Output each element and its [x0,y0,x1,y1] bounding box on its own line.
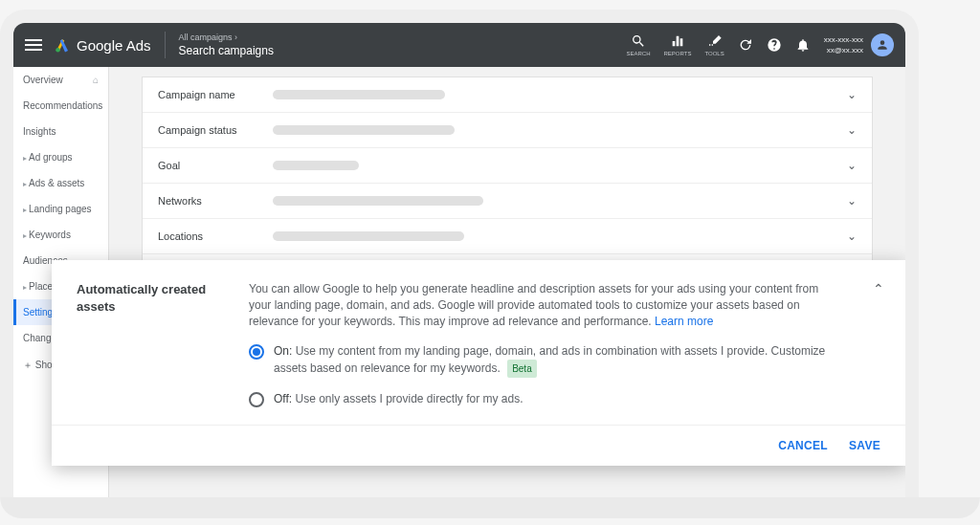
setting-row-networks[interactable]: Networks⌄ [143,184,872,219]
setting-row-campaign-status[interactable]: Campaign status⌄ [143,113,872,148]
card-description: You can allow Google to help you generat… [249,282,818,328]
chevron-down-icon: ⌄ [847,88,857,101]
sidebar-item-label: Recommendations [23,100,102,111]
home-icon: ⌂ [93,75,99,85]
sidebar-item-label: ▸Landing pages [23,204,92,214]
search-button[interactable]: SEARCH [627,33,651,56]
caret-icon: ▸ [23,206,27,214]
sidebar-item-ads-assets[interactable]: ▸Ads & assets [13,170,108,196]
radio-on[interactable] [249,344,264,360]
svg-point-0 [56,48,60,53]
cancel-button[interactable]: CANCEL [778,439,828,452]
radio-off[interactable] [249,392,264,407]
tools-button[interactable]: TOOLS [704,33,724,56]
reports-button[interactable]: REPORTS [664,33,692,56]
product-logo[interactable]: Google Ads [54,36,151,54]
option-on[interactable]: On: Use my content from my landing page,… [249,343,842,378]
card-title: Automatically created assets [77,281,220,407]
sidebar-item-overview[interactable]: Overview⌂ [13,67,108,93]
beta-badge: Beta [507,360,537,378]
sidebar-item-label: ▸Ad groups [23,152,73,163]
setting-row-campaign-name[interactable]: Campaign name⌄ [143,77,872,113]
auto-assets-card: Automatically created assets You can all… [52,260,905,466]
top-bar: Google Ads All campaigns › Search campai… [13,23,905,67]
sidebar-item-label: Insights [23,126,56,137]
learn-more-link[interactable]: Learn more [655,315,713,328]
setting-label: Goal [158,160,273,171]
product-name: Google Ads [77,37,151,54]
refresh-icon[interactable] [738,37,753,53]
account-id: xxx-xxx-xxx [824,34,863,45]
setting-label: Networks [158,195,273,207]
caret-icon: ▸ [23,283,27,292]
breadcrumb-parent: All campaigns › [179,33,274,42]
setting-row-locations[interactable]: Locations⌄ [143,219,872,254]
avatar [871,33,894,56]
divider [165,32,166,58]
bell-icon[interactable] [795,37,811,53]
person-icon [876,38,889,52]
tools-icon [707,33,723,49]
placeholder-bar [273,161,359,170]
placeholder-bar [273,231,464,241]
caret-icon: ▸ [23,154,27,163]
chevron-down-icon: ⌄ [847,159,857,172]
help-icon[interactable] [767,37,782,53]
placeholder-bar [273,125,455,135]
setting-label: Locations [158,230,273,242]
sidebar-item-label: ▸Ads & assets [23,178,84,188]
hamburger-icon[interactable] [25,39,42,51]
account-menu[interactable]: xxx-xxx-xxx xx@xx.xxx [824,33,894,56]
sidebar-item-insights[interactable]: Insights [13,119,108,144]
chevron-down-icon: ⌄ [847,123,857,137]
breadcrumb-current: Search campaigns [179,44,274,57]
sidebar-item-label: Overview [23,75,63,85]
setting-row-goal[interactable]: Goal⌄ [143,148,872,184]
sidebar-item-landing-pages[interactable]: ▸Landing pages [13,196,108,222]
google-ads-icon [54,36,71,54]
sidebar-item-label: ▸Keywords [23,230,71,240]
sidebar-item-recommendations[interactable]: Recommendations [13,93,108,119]
setting-label: Campaign name [158,89,273,100]
account-email: xx@xx.xxx [824,45,863,55]
chevron-down-icon: ⌄ [847,230,857,243]
option-off[interactable]: Off: Use only assets I provide directly … [249,391,842,407]
breadcrumb[interactable]: All campaigns › Search campaigns [179,33,274,57]
save-button[interactable]: SAVE [849,439,880,452]
setting-label: Campaign status [158,124,273,136]
placeholder-bar [273,90,445,99]
search-icon [631,33,646,49]
caret-icon: ▸ [23,180,27,188]
chevron-down-icon: ⌄ [847,194,857,208]
sidebar-item-ad-groups[interactable]: ▸Ad groups [13,144,108,170]
caret-icon: ▸ [23,231,27,240]
sidebar-item-keywords[interactable]: ▸Keywords [13,222,108,248]
reports-icon [670,33,685,49]
placeholder-bar [273,196,483,206]
collapse-icon[interactable]: ⌃ [873,281,884,296]
